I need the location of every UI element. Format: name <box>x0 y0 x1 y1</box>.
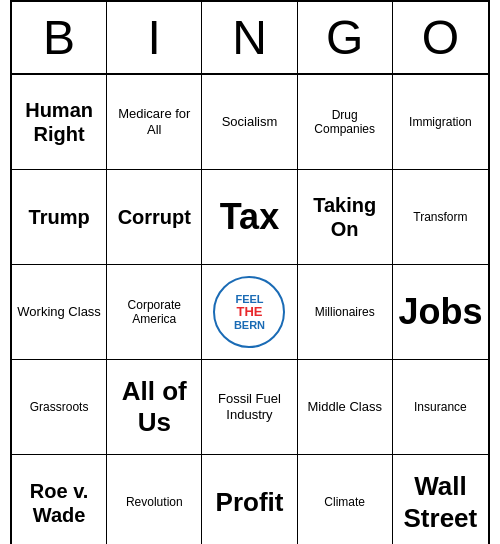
cell-text-22: Profit <box>216 487 284 518</box>
cell-text-19: Insurance <box>414 400 467 414</box>
cell-10[interactable]: Working Class <box>12 265 107 360</box>
cell-20[interactable]: Roe v. Wade <box>12 455 107 544</box>
cell-text-13: Millionaires <box>315 305 375 319</box>
cell-17[interactable]: Fossil Fuel Industry <box>202 360 297 455</box>
cell-15[interactable]: Grassroots <box>12 360 107 455</box>
cell-9[interactable]: Transform <box>393 170 488 265</box>
cell-21[interactable]: Revolution <box>107 455 202 544</box>
bingo-grid: Human RightMedicare for AllSocialismDrug… <box>12 75 488 544</box>
cell-4[interactable]: Immigration <box>393 75 488 170</box>
cell-text-21: Revolution <box>126 495 183 509</box>
letter-g: G <box>298 2 393 73</box>
cell-6[interactable]: Corrupt <box>107 170 202 265</box>
cell-22[interactable]: Profit <box>202 455 297 544</box>
cell-text-10: Working Class <box>17 304 101 320</box>
cell-text-1: Medicare for All <box>111 106 197 137</box>
cell-text-14: Jobs <box>398 290 482 333</box>
cell-text-17: Fossil Fuel Industry <box>206 391 292 422</box>
cell-7[interactable]: Tax <box>202 170 297 265</box>
cell-19[interactable]: Insurance <box>393 360 488 455</box>
bingo-header: B I N G O <box>12 2 488 75</box>
cell-24[interactable]: Wall Street <box>393 455 488 544</box>
letter-i: I <box>107 2 202 73</box>
letter-o: O <box>393 2 488 73</box>
cell-text-7: Tax <box>220 195 279 238</box>
cell-text-2: Socialism <box>222 114 278 130</box>
cell-text-18: Middle Class <box>307 399 381 415</box>
cell-5[interactable]: Trump <box>12 170 107 265</box>
cell-1[interactable]: Medicare for All <box>107 75 202 170</box>
cell-text-20: Roe v. Wade <box>16 479 102 527</box>
cell-text-3: Drug Companies <box>302 108 388 137</box>
bingo-card: B I N G O Human RightMedicare for AllSoc… <box>10 0 490 544</box>
cell-14[interactable]: Jobs <box>393 265 488 360</box>
cell-text-4: Immigration <box>409 115 472 129</box>
cell-text-6: Corrupt <box>118 205 191 229</box>
cell-18[interactable]: Middle Class <box>298 360 393 455</box>
cell-13[interactable]: Millionaires <box>298 265 393 360</box>
cell-0[interactable]: Human Right <box>12 75 107 170</box>
letter-b: B <box>12 2 107 73</box>
cell-text-9: Transform <box>413 210 467 224</box>
cell-text-0: Human Right <box>16 98 102 146</box>
cell-12[interactable]: FEEL THE BERN <box>202 265 297 360</box>
cell-text-11: Corporate America <box>111 298 197 327</box>
cell-text-23: Climate <box>324 495 365 509</box>
cell-16[interactable]: All of Us <box>107 360 202 455</box>
free-space-logo: FEEL THE BERN <box>213 276 285 348</box>
cell-8[interactable]: Taking On <box>298 170 393 265</box>
cell-text-8: Taking On <box>302 193 388 241</box>
cell-11[interactable]: Corporate America <box>107 265 202 360</box>
cell-text-16: All of Us <box>111 376 197 438</box>
cell-text-5: Trump <box>29 205 90 229</box>
cell-2[interactable]: Socialism <box>202 75 297 170</box>
cell-3[interactable]: Drug Companies <box>298 75 393 170</box>
letter-n: N <box>202 2 297 73</box>
cell-text-24: Wall Street <box>397 471 484 533</box>
cell-text-15: Grassroots <box>30 400 89 414</box>
cell-23[interactable]: Climate <box>298 455 393 544</box>
